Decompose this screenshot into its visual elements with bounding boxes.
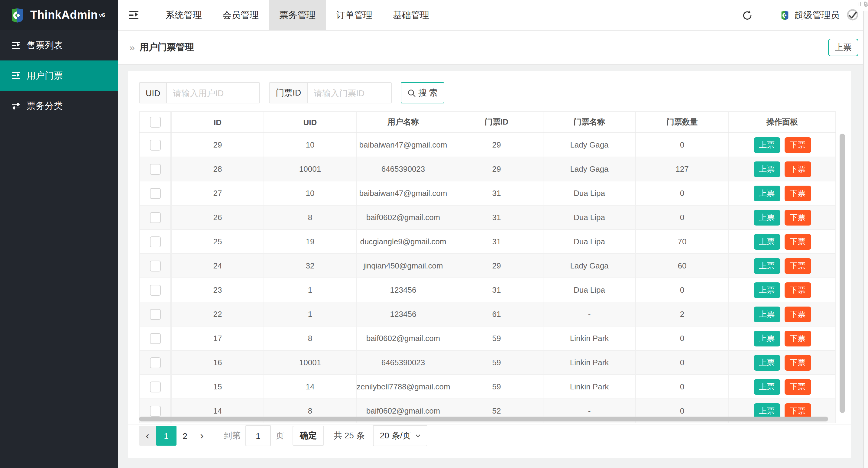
sidebar-item-user-tickets[interactable]: 用户门票 — [0, 60, 118, 91]
prev-page-button[interactable]: ‹ — [139, 426, 156, 446]
nav-tab-basic[interactable]: 基础管理 — [383, 0, 439, 30]
ticket-down-button[interactable]: 下票 — [784, 209, 811, 225]
ticket-down-button[interactable]: 下票 — [784, 161, 811, 177]
cell-qty: 0 — [636, 375, 729, 399]
ticket-down-button[interactable]: 下票 — [784, 355, 811, 370]
ticket-up-button[interactable]: 上票 — [753, 258, 780, 273]
genuine-watermark: 正版 — [858, 1, 868, 8]
nav-tab-member[interactable]: 会员管理 — [212, 0, 269, 30]
row-actions-cell: 上票下票 — [729, 254, 836, 278]
ticket-up-button[interactable]: 上票 — [753, 306, 780, 322]
ticket-down-button[interactable]: 下票 — [784, 137, 811, 153]
page-size-select[interactable]: 20 条/页 — [373, 425, 427, 446]
goto-page-input[interactable] — [245, 425, 271, 446]
row-checkbox[interactable] — [150, 188, 161, 199]
cell-uid: 10 — [264, 181, 356, 205]
row-select-cell[interactable] — [139, 133, 172, 157]
nav-tab-ticketing[interactable]: 票务管理 — [269, 0, 326, 30]
cell-ticket_id: 61 — [450, 302, 543, 326]
refresh-icon[interactable] — [742, 9, 753, 21]
cell-ticket_name: Dua Lipa — [543, 181, 636, 205]
ticket-up-button[interactable]: 上票 — [753, 379, 780, 394]
ticket-down-button[interactable]: 下票 — [784, 258, 811, 273]
table-vertical-scrollbar[interactable] — [840, 134, 845, 413]
table-row: 2519ducgiangle9@gmail.com31Dua Lipa70上票下… — [139, 230, 836, 254]
ticket-up-button[interactable]: 上票 — [753, 282, 780, 298]
row-select-cell[interactable] — [139, 375, 172, 399]
top-nav-bar: 系统管理 会员管理 票务管理 订单管理 基础管理 超级管理员 — [118, 0, 868, 31]
ticket-down-button[interactable]: 下票 — [784, 185, 811, 201]
ticket-up-button[interactable]: 上票 — [753, 234, 780, 250]
ticket-up-button[interactable]: 上票 — [753, 137, 780, 153]
cell-ticket_id: 29 — [450, 254, 543, 278]
topbar-right: 超级管理员 — [742, 8, 860, 22]
row-actions-cell: 上票下票 — [729, 326, 836, 350]
table-horizontal-scrollbar[interactable] — [139, 417, 828, 421]
ticket-down-button[interactable]: 下票 — [784, 330, 811, 346]
table-row: 1514zenilybell7788@gmail.com59Linkin Par… — [139, 375, 836, 399]
page-button-1[interactable]: 1 — [156, 426, 177, 446]
cell-ticket_name: Dua Lipa — [543, 230, 636, 254]
row-checkbox[interactable] — [150, 357, 161, 368]
row-select-cell[interactable] — [139, 254, 172, 278]
ticket-down-button[interactable]: 下票 — [784, 234, 811, 250]
row-checkbox[interactable] — [150, 212, 161, 223]
sidebar-item-label: 用户门票 — [27, 70, 63, 81]
cell-name: 6465390023 — [356, 157, 450, 181]
admin-name: 超级管理员 — [794, 9, 840, 21]
row-select-cell[interactable] — [139, 302, 172, 326]
row-checkbox[interactable] — [150, 405, 161, 416]
ticket-down-button[interactable]: 下票 — [784, 379, 811, 394]
page-scrollbar[interactable] — [863, 11, 868, 468]
row-checkbox[interactable] — [150, 333, 161, 344]
sidebar-item-ticket-category[interactable]: 票务分类 — [0, 91, 118, 121]
row-select-cell[interactable] — [139, 157, 172, 181]
cell-name: baibaiwan47@gmail.com — [356, 133, 450, 157]
cell-id: 26 — [172, 205, 264, 230]
uid-input[interactable] — [166, 82, 260, 104]
confirm-page-button[interactable]: 确定 — [292, 426, 324, 446]
table-row: 23112345631Dua Lipa0上票下票 — [139, 278, 836, 302]
ticket-down-button[interactable]: 下票 — [784, 306, 811, 322]
app-window: ThinkAdminv6 售票列表 用户门票 票务分类 系统管理 会员管理 票务… — [0, 0, 868, 468]
logo-block[interactable]: ThinkAdminv6 — [0, 0, 118, 30]
row-select-cell[interactable] — [139, 278, 172, 302]
column-header-quantity: 门票数量 — [636, 112, 729, 133]
ticket-id-input[interactable] — [307, 82, 392, 104]
row-select-cell[interactable] — [139, 181, 172, 205]
ticket-up-button[interactable]: 上票 — [753, 209, 780, 225]
next-page-button[interactable]: › — [193, 426, 210, 446]
collapse-menu-icon[interactable] — [129, 11, 140, 19]
select-all-checkbox[interactable] — [150, 117, 161, 127]
cell-name: 123456 — [356, 302, 450, 326]
row-checkbox[interactable] — [150, 381, 161, 392]
nav-tab-order[interactable]: 订单管理 — [326, 0, 383, 30]
row-checkbox[interactable] — [150, 139, 161, 150]
row-select-cell[interactable] — [139, 350, 172, 375]
admin-account[interactable]: 超级管理员 — [780, 9, 840, 21]
ticket-up-button[interactable]: 上票 — [753, 355, 780, 370]
search-button[interactable]: 搜 索 — [401, 82, 444, 104]
table-row: 22112345661-2上票下票 — [139, 302, 836, 326]
page-button-2[interactable]: 2 — [177, 426, 193, 446]
cell-name: baif0602@gmail.com — [356, 205, 450, 230]
check-circle-icon[interactable] — [846, 8, 860, 22]
row-select-cell[interactable] — [139, 326, 172, 350]
sidebar-item-ticket-list[interactable]: 售票列表 — [0, 30, 118, 60]
row-checkbox[interactable] — [150, 309, 161, 320]
row-checkbox[interactable] — [150, 260, 161, 271]
ticket-up-button[interactable]: 上票 — [753, 161, 780, 177]
ticket-up-header-button[interactable]: 上票 — [828, 39, 858, 56]
ticket-up-button[interactable]: 上票 — [753, 330, 780, 346]
row-checkbox[interactable] — [150, 164, 161, 174]
ticket-up-button[interactable]: 上票 — [753, 185, 780, 201]
pagination: ‹ 1 2 › 到第 页 确定 共 25 条 20 条/页 — [139, 426, 427, 446]
cell-ticket_name: Dua Lipa — [543, 278, 636, 302]
row-select-cell[interactable] — [139, 205, 172, 230]
cell-ticket_id: 59 — [450, 350, 543, 375]
row-checkbox[interactable] — [150, 236, 161, 247]
row-select-cell[interactable] — [139, 230, 172, 254]
ticket-down-button[interactable]: 下票 — [784, 282, 811, 298]
row-checkbox[interactable] — [150, 285, 161, 295]
nav-tab-system[interactable]: 系统管理 — [155, 0, 212, 30]
